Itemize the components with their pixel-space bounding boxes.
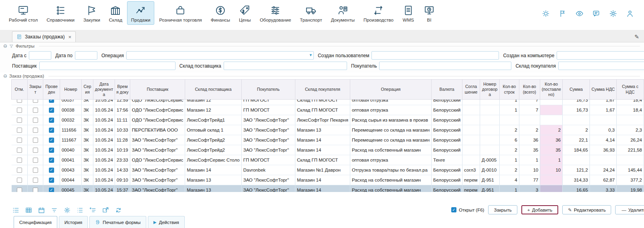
export-icon[interactable]: [102, 206, 109, 214]
filter-created_pc-input[interactable]: [557, 51, 644, 60]
cell-posted[interactable]: ✓: [43, 165, 60, 175]
cell-closed[interactable]: [27, 115, 43, 125]
closed-checkbox[interactable]: [33, 118, 38, 123]
filter-date_from-input[interactable]: [29, 51, 51, 60]
bottom-tab-print-forms[interactable]: Печатные формы: [89, 216, 146, 228]
view-list-icon[interactable]: [12, 206, 20, 214]
ribbon-item-equipment[interactable]: Оборудование: [256, 1, 295, 25]
bottom-tab-actions[interactable]: ▶Действия: [148, 216, 185, 228]
column-header-mark[interactable]: Отм.: [12, 80, 28, 100]
cell-posted[interactable]: ✓: [43, 145, 60, 155]
messages-icon[interactable]: [592, 9, 601, 18]
mark-checkbox[interactable]: [17, 158, 22, 163]
posted-checkbox[interactable]: ✓: [49, 108, 54, 113]
ribbon-item-production[interactable]: Производство: [359, 1, 398, 25]
posted-checkbox[interactable]: ✓: [49, 158, 54, 163]
numbered-list-icon[interactable]: [76, 206, 84, 214]
posted-checkbox[interactable]: ✓: [49, 100, 54, 103]
cell-closed[interactable]: [27, 125, 43, 135]
filter-operation-select[interactable]: ▾: [126, 51, 314, 60]
table-row[interactable]: ✓111667ЗК10.05.2411:28ЗАО "ЛюксСофтТорг"…: [12, 135, 644, 145]
cell-posted[interactable]: ✓: [43, 135, 60, 145]
cell-closed[interactable]: [27, 105, 43, 115]
column-header-supplier[interactable]: Поставщик: [130, 80, 185, 100]
table-row[interactable]: ✓00037ЗК10.05.2412:59ОДО "ЛюксСофтСервис…: [12, 100, 644, 105]
mark-checkbox[interactable]: [17, 178, 22, 183]
cell-mark[interactable]: [12, 145, 28, 155]
cell-posted[interactable]: ✓: [43, 125, 60, 135]
bottom-tab-history[interactable]: История: [59, 216, 88, 228]
cell-mark[interactable]: [12, 135, 28, 145]
closed-checkbox[interactable]: [33, 168, 38, 173]
column-header-supplier_wh[interactable]: Склад поставщика: [185, 80, 242, 100]
posted-checkbox[interactable]: ✓: [49, 148, 54, 153]
posted-checkbox[interactable]: ✓: [49, 118, 54, 123]
filter-created_by-input[interactable]: [371, 51, 499, 60]
ribbon-item-documents[interactable]: Документы: [327, 1, 359, 25]
filter-buyer-input[interactable]: [379, 62, 511, 70]
ribbon-item-warehouse[interactable]: Склад: [105, 1, 126, 25]
mark-checkbox[interactable]: [17, 138, 22, 143]
column-header-buyer[interactable]: Покупатель: [241, 80, 295, 100]
add-button[interactable]: +Добавить: [521, 205, 559, 214]
closed-checkbox[interactable]: [33, 100, 38, 103]
column-header-operation[interactable]: Операция: [350, 80, 431, 100]
settings-icon[interactable]: [609, 9, 618, 18]
closed-checkbox[interactable]: [33, 178, 38, 183]
posted-checkbox[interactable]: ✓: [49, 188, 54, 192]
mark-checkbox[interactable]: [17, 168, 22, 173]
refresh-icon[interactable]: [115, 206, 122, 214]
cell-closed[interactable]: [27, 135, 43, 145]
ribbon-item-transport[interactable]: Транспорт: [296, 1, 326, 25]
edit-button[interactable]: ✎Редактировать: [562, 205, 611, 214]
column-header-buyer_wh[interactable]: Склад покупателя: [295, 80, 350, 100]
posted-checkbox[interactable]: ✓: [49, 168, 54, 173]
cell-posted[interactable]: ✓: [43, 105, 60, 115]
column-header-num[interactable]: Номер: [60, 80, 81, 100]
table-row[interactable]: ✓00045ЗК10.05.2415:37ЗАО "ЛюксСофтТорг"М…: [12, 185, 644, 192]
cell-closed[interactable]: [27, 155, 43, 165]
cell-mark[interactable]: [12, 100, 28, 105]
cell-closed[interactable]: [27, 175, 43, 185]
close-button[interactable]: Закрыть: [488, 205, 517, 214]
sum-list-icon[interactable]: [89, 206, 97, 214]
filter-date_to-input[interactable]: [75, 51, 97, 60]
column-header-posted[interactable]: Проведен: [43, 80, 60, 100]
mark-checkbox[interactable]: [17, 108, 22, 113]
cell-closed[interactable]: [27, 165, 43, 175]
cell-mark[interactable]: [12, 105, 28, 115]
mark-checkbox[interactable]: [17, 118, 22, 123]
column-header-series[interactable]: Серия: [82, 80, 93, 100]
table-row[interactable]: ✓00043ЗК10.05.2414:33ЗАО "ЛюксСофтТорг"М…: [12, 165, 644, 175]
column-header-date[interactable]: Дата документа: [93, 80, 115, 100]
cell-posted[interactable]: ✓: [43, 115, 60, 125]
cell-posted[interactable]: ✓: [43, 185, 60, 192]
cell-posted[interactable]: ✓: [43, 155, 60, 165]
table-row[interactable]: ✓00041ЗК10.05.2423:33ОДО "ЛюксСофтСервис…: [12, 155, 644, 165]
column-header-sum[interactable]: Сумма: [563, 80, 590, 100]
filter-operation-input[interactable]: [126, 51, 314, 60]
ribbon-item-finance[interactable]: Финансы: [207, 1, 234, 25]
mark-checkbox[interactable]: [17, 148, 22, 153]
filter-buyer_wh-input[interactable]: [558, 62, 644, 70]
mark-checkbox[interactable]: [17, 188, 22, 192]
cell-mark[interactable]: [12, 115, 28, 125]
ribbon-item-wms[interactable]: WMS: [398, 1, 418, 25]
cell-posted[interactable]: ✓: [43, 100, 60, 105]
closed-checkbox[interactable]: [33, 138, 38, 143]
cell-closed[interactable]: [27, 100, 43, 105]
column-header-contract[interactable]: Номер договора: [480, 80, 499, 100]
cell-posted[interactable]: ✓: [43, 175, 60, 185]
column-header-time[interactable]: Время доку: [115, 80, 130, 100]
closed-checkbox[interactable]: [33, 148, 38, 153]
table-row[interactable]: ✓00044ЗК10.05.2409:10ЗАО "ЛюксСофтТорг"М…: [12, 175, 644, 185]
theme-icon[interactable]: [541, 9, 550, 18]
posted-checkbox[interactable]: ✓: [49, 138, 54, 143]
tab-close-icon[interactable]: ×: [68, 34, 71, 40]
closed-checkbox[interactable]: [33, 158, 38, 163]
column-header-closed[interactable]: Закрыт: [27, 80, 43, 100]
table-row[interactable]: ✓00040ЗК10.05.2410:19ЗАО "ЛюксСофтТорг"Л…: [12, 145, 644, 155]
ribbon-item-references[interactable]: Справочники: [42, 1, 79, 25]
mark-checkbox[interactable]: [17, 128, 22, 133]
column-header-qty_delivered[interactable]: Кол-во (поставлено): [540, 80, 563, 100]
